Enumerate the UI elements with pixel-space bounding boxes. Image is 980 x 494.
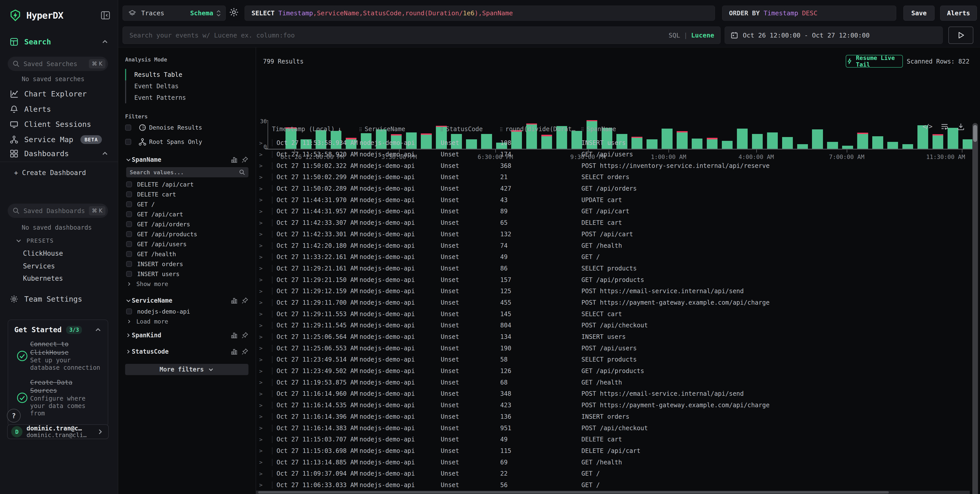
sidebar-item-alerts[interactable]: Alerts <box>0 103 118 115</box>
checkbox[interactable] <box>126 261 132 267</box>
expand-row-icon[interactable]: > <box>259 482 272 488</box>
expand-row-icon[interactable]: > <box>259 208 272 214</box>
drag-handle-icon[interactable] <box>360 127 361 132</box>
expand-row-icon[interactable]: > <box>259 311 272 317</box>
table-row[interactable]: > Oct 27 11:16:14.396 AM nodejs-demo-api… <box>256 411 970 423</box>
expand-row-icon[interactable]: > <box>259 413 272 420</box>
checkbox[interactable] <box>126 231 132 237</box>
expand-row-icon[interactable]: > <box>259 162 272 169</box>
expand-row-icon[interactable]: > <box>259 402 272 408</box>
checkbox[interactable] <box>126 201 132 207</box>
filter-group-collapsed[interactable]: SpanKind <box>125 328 248 343</box>
table-row[interactable]: > Oct 27 11:13:14.885 AM nodejs-demo-api… <box>256 456 970 468</box>
table-row[interactable]: > Oct 27 11:42:33.301 AM nodejs-demo-api… <box>256 229 970 240</box>
analysis-mode-option[interactable]: Event Patterns <box>125 92 248 103</box>
view-sql-icon[interactable]: </> <box>923 123 932 130</box>
user-menu[interactable]: D dominic.tran@c… dominic.tran@cli… <box>7 424 109 439</box>
sql-toggle[interactable]: SQL <box>668 32 680 39</box>
help-button[interactable]: ? <box>7 409 21 423</box>
checkbox[interactable] <box>126 221 132 227</box>
expand-row-icon[interactable]: > <box>259 231 272 237</box>
spanname-value-option[interactable]: DELETE cart <box>125 189 248 199</box>
column-header-duration[interactable]: round(divide(Durat… <box>500 125 581 133</box>
expand-row-icon[interactable]: > <box>259 140 272 146</box>
table-row[interactable]: > Oct 27 11:15:03.698 AM nodejs-demo-api… <box>256 445 970 457</box>
table-row[interactable]: > Oct 27 11:29:21.150 AM nodejs-demo-api… <box>256 274 970 286</box>
sidebar-item-service-map[interactable]: Service Map BETA <box>0 134 118 145</box>
expand-row-icon[interactable]: > <box>259 470 272 477</box>
table-row[interactable]: > Oct 27 11:50:02.299 AM nodejs-demo-api… <box>256 172 970 183</box>
table-row[interactable]: > Oct 27 11:42:33.307 AM nodejs-demo-api… <box>256 217 970 229</box>
filter-group-collapsed[interactable]: StatusCode <box>125 344 248 359</box>
table-row[interactable]: > Oct 27 11:16:14.383 AM nodejs-demo-api… <box>256 422 970 434</box>
more-filters-button[interactable]: More filters <box>125 364 248 375</box>
preset-services[interactable]: Services <box>23 262 55 270</box>
spanname-value-option[interactable]: DELETE /api/cart <box>125 179 248 189</box>
expand-row-icon[interactable]: > <box>259 186 272 192</box>
pin-icon[interactable] <box>241 332 248 339</box>
analysis-mode-option[interactable]: Results Table <box>125 69 248 80</box>
spanname-value-option[interactable]: GET /health <box>125 249 248 259</box>
column-header-timestamp[interactable]: Timestamp (Local)↓ <box>272 125 360 133</box>
servicename-load-more[interactable]: Load more <box>125 316 248 327</box>
table-row[interactable]: > Oct 27 11:29:11.700 AM nodejs-demo-api… <box>256 297 970 308</box>
chevron-up-icon[interactable] <box>100 38 110 45</box>
saved-searches-input[interactable]: Saved Searches ⌘ K <box>8 57 108 71</box>
table-row[interactable]: > Oct 27 11:29:11.553 AM nodejs-demo-api… <box>256 308 970 320</box>
wrap-lines-icon[interactable] <box>941 123 948 130</box>
expand-row-icon[interactable]: > <box>259 197 272 203</box>
language-toggle[interactable]: SQL|Lucene <box>668 32 714 39</box>
expand-row-icon[interactable]: > <box>259 356 272 363</box>
analysis-mode-option[interactable]: Event Deltas <box>125 80 248 92</box>
save-button[interactable]: Save <box>904 6 935 21</box>
column-header-spanname[interactable]: SpanName <box>581 125 970 133</box>
horizontal-scrollbar[interactable] <box>256 491 970 494</box>
chevron-up-icon[interactable] <box>94 326 102 334</box>
get-started-item[interactable]: Connect to ClickHouse Set up your databa… <box>14 340 102 372</box>
table-row[interactable]: > Oct 27 11:16:14.960 AM nodejs-demo-api… <box>256 388 970 400</box>
table-row[interactable]: > Oct 27 11:33:22.161 AM nodejs-demo-api… <box>256 251 970 263</box>
pin-icon[interactable] <box>241 156 248 163</box>
table-row[interactable]: > Oct 27 11:15:03.707 AM nodejs-demo-api… <box>256 434 970 445</box>
expand-row-icon[interactable]: > <box>259 448 272 454</box>
table-row[interactable]: > Oct 27 11:29:21.161 AM nodejs-demo-api… <box>256 263 970 274</box>
sidebar-item-dashboards[interactable]: Dashboards <box>0 148 118 159</box>
lucene-search-input[interactable]: Search your events w/ Lucene ex. column:… <box>123 27 721 44</box>
spanname-value-option[interactable]: INSERT users <box>125 269 248 279</box>
select-clause-input[interactable]: SELECT Timestamp,ServiceName,StatusCode,… <box>245 6 715 21</box>
table-row[interactable]: > Oct 27 11:29:12.159 AM nodejs-demo-api… <box>256 286 970 297</box>
servicename-value-option[interactable]: nodejs-demo-api <box>125 307 248 316</box>
mini-chart-icon[interactable] <box>231 332 238 339</box>
table-row[interactable]: > Oct 27 11:53:58.920 AM nodejs-demo-api… <box>256 149 970 160</box>
expand-row-icon[interactable]: > <box>259 322 272 329</box>
drag-handle-icon[interactable] <box>441 127 443 132</box>
sidebar-item-client-sessions[interactable]: Client Sessions <box>0 119 118 130</box>
scrollbar-thumb[interactable] <box>258 491 889 494</box>
expand-row-icon[interactable]: > <box>259 436 272 443</box>
resume-live-tail-button[interactable]: Resume Live Tail <box>846 55 903 68</box>
table-row[interactable]: > Oct 27 11:25:06.553 AM nodejs-demo-api… <box>256 342 970 354</box>
spanname-value-option[interactable]: GET /api/products <box>125 229 248 239</box>
table-row[interactable]: > Oct 27 11:44:31.957 AM nodejs-demo-api… <box>256 206 970 217</box>
expand-row-icon[interactable]: > <box>259 265 272 272</box>
expand-row-icon[interactable]: > <box>259 220 272 226</box>
download-icon[interactable] <box>957 123 965 130</box>
preset-kubernetes[interactable]: Kubernetes <box>23 275 63 282</box>
saved-dashboards-input[interactable]: Saved Dashboards ⌘ K <box>8 203 108 218</box>
source-settings-gear-icon[interactable] <box>229 7 239 17</box>
presets-section-header[interactable]: PRESETS <box>15 237 54 244</box>
checkbox[interactable] <box>126 181 132 187</box>
table-row[interactable]: > Oct 27 11:29:11.545 AM nodejs-demo-api… <box>256 320 970 331</box>
column-header-servicename[interactable]: ServiceName <box>360 125 441 133</box>
checkbox[interactable] <box>126 271 132 277</box>
spanname-search-input[interactable]: Search values... <box>126 167 248 177</box>
expand-row-icon[interactable]: > <box>259 254 272 260</box>
expand-row-icon[interactable]: > <box>259 242 272 249</box>
checkbox[interactable] <box>126 308 132 315</box>
spanname-value-option[interactable]: GET /api/orders <box>125 219 248 229</box>
sidebar-item-team-settings[interactable]: Team Settings <box>0 294 118 305</box>
table-row[interactable]: > Oct 27 11:42:20.180 AM nodejs-demo-api… <box>256 240 970 251</box>
expand-row-icon[interactable]: > <box>259 425 272 431</box>
filter-group-spanname[interactable]: SpanName <box>125 154 248 165</box>
table-row[interactable]: > Oct 27 11:44:31.970 AM nodejs-demo-api… <box>256 194 970 206</box>
